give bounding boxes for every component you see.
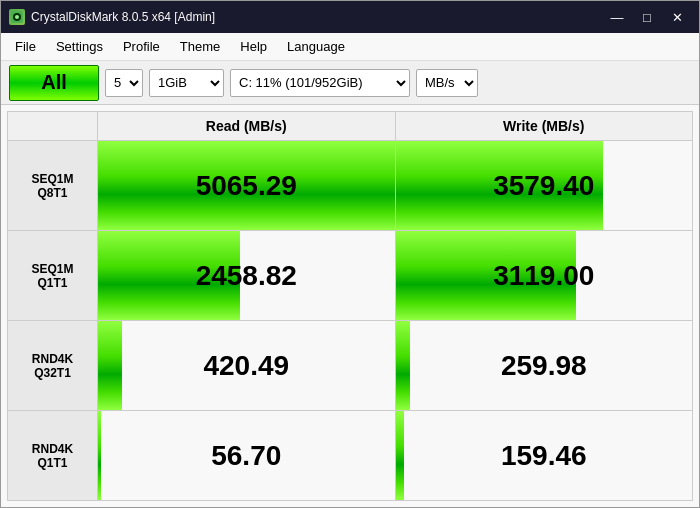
benchmark-area: Read (MB/s) Write (MB/s) SEQ1MQ8T15065.2… — [1, 105, 699, 507]
main-window: CrystalDiskMark 8.0.5 x64 [Admin] — □ ✕ … — [0, 0, 700, 508]
write-value-3: 159.46 — [396, 416, 693, 496]
row-label-2: RND4KQ32T1 — [8, 321, 98, 411]
toolbar: All 5 1 3 9 1GiB 512MiB 2GiB 4GiB C: 11%… — [1, 61, 699, 105]
menu-language[interactable]: Language — [277, 35, 355, 58]
menu-settings[interactable]: Settings — [46, 35, 113, 58]
table-row: SEQ1MQ1T12458.823119.00 — [8, 231, 693, 321]
write-cell-0: 3579.40 — [395, 141, 693, 231]
read-cell-0: 5065.29 — [98, 141, 396, 231]
menu-profile[interactable]: Profile — [113, 35, 170, 58]
maximize-button[interactable]: □ — [633, 7, 661, 27]
read-value-2: 420.49 — [98, 326, 395, 406]
col-label-header — [8, 112, 98, 141]
row-label-0: SEQ1MQ8T1 — [8, 141, 98, 231]
row-label-1: SEQ1MQ1T1 — [8, 231, 98, 321]
menu-theme[interactable]: Theme — [170, 35, 230, 58]
col-read-header: Read (MB/s) — [98, 112, 396, 141]
table-row: SEQ1MQ8T15065.293579.40 — [8, 141, 693, 231]
write-cell-2: 259.98 — [395, 321, 693, 411]
title-bar-left: CrystalDiskMark 8.0.5 x64 [Admin] — [9, 9, 215, 25]
menu-bar: File Settings Profile Theme Help Languag… — [1, 33, 699, 61]
read-cell-2: 420.49 — [98, 321, 396, 411]
write-value-1: 3119.00 — [396, 236, 693, 316]
size-select[interactable]: 1GiB 512MiB 2GiB 4GiB — [149, 69, 224, 97]
svg-point-2 — [15, 15, 19, 19]
benchmark-table: Read (MB/s) Write (MB/s) SEQ1MQ8T15065.2… — [7, 111, 693, 501]
close-button[interactable]: ✕ — [663, 7, 691, 27]
read-cell-3: 56.70 — [98, 411, 396, 501]
read-value-0: 5065.29 — [98, 146, 395, 226]
table-row: RND4KQ1T156.70159.46 — [8, 411, 693, 501]
write-cell-1: 3119.00 — [395, 231, 693, 321]
drive-select[interactable]: C: 11% (101/952GiB) — [230, 69, 410, 97]
menu-help[interactable]: Help — [230, 35, 277, 58]
read-cell-1: 2458.82 — [98, 231, 396, 321]
app-icon — [9, 9, 25, 25]
col-write-header: Write (MB/s) — [395, 112, 693, 141]
window-title: CrystalDiskMark 8.0.5 x64 [Admin] — [31, 10, 215, 24]
row-label-3: RND4KQ1T1 — [8, 411, 98, 501]
read-value-3: 56.70 — [98, 416, 395, 496]
write-value-2: 259.98 — [396, 326, 693, 406]
title-bar-controls: — □ ✕ — [603, 7, 691, 27]
title-bar: CrystalDiskMark 8.0.5 x64 [Admin] — □ ✕ — [1, 1, 699, 33]
count-select[interactable]: 5 1 3 9 — [105, 69, 143, 97]
read-value-1: 2458.82 — [98, 236, 395, 316]
menu-file[interactable]: File — [5, 35, 46, 58]
all-button[interactable]: All — [9, 65, 99, 101]
table-row: RND4KQ32T1420.49259.98 — [8, 321, 693, 411]
unit-select[interactable]: MB/s GB/s IOPS — [416, 69, 478, 97]
write-value-0: 3579.40 — [396, 146, 693, 226]
write-cell-3: 159.46 — [395, 411, 693, 501]
minimize-button[interactable]: — — [603, 7, 631, 27]
